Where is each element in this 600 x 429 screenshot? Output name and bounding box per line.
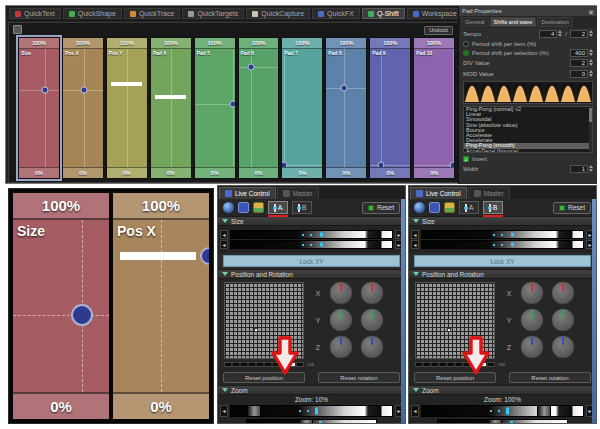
width-value[interactable]: 1 [570, 165, 588, 173]
slider-left-arrow[interactable]: ◄ [220, 230, 228, 239]
pad-xy-area[interactable]: Pos X [113, 220, 209, 392]
rotation-knob-x[interactable] [520, 281, 544, 305]
pad-pad-8[interactable]: 100%Pad 80% [325, 37, 367, 179]
pad-position-dot[interactable] [41, 87, 48, 94]
size-x-slider[interactable] [230, 230, 393, 239]
pad-position-bar[interactable] [120, 252, 196, 260]
preset-b-button[interactable]: B [292, 201, 312, 214]
wave-list-item[interactable]: Accel-Decel (bounce) [464, 149, 592, 154]
div-value[interactable]: 2 [570, 59, 588, 67]
app-tab-quicktext[interactable]: QuickText [9, 8, 61, 19]
tab-live-control[interactable]: Live Control [410, 187, 467, 199]
pad-pad-4[interactable]: 100%Pad 40% [150, 37, 192, 179]
reset-rotation-button[interactable]: Reset rotation [318, 372, 400, 383]
rotation-knob-y[interactable] [360, 308, 384, 332]
pad-pad-10[interactable]: 100%Pad 100% [413, 37, 455, 179]
preset-a-button[interactable]: A [459, 201, 479, 214]
tempo-stepper[interactable] [558, 30, 562, 37]
pad-pos-y[interactable]: 100%Pos Y0% [106, 37, 148, 179]
pad-edge-dot[interactable] [200, 247, 209, 265]
folder-icon[interactable] [253, 202, 264, 213]
mod-stepper[interactable] [589, 70, 593, 77]
panel-scrollbar[interactable] [592, 199, 596, 423]
tempo-value[interactable]: 4 [539, 30, 557, 38]
lock-xy-button[interactable]: Lock XY [223, 255, 400, 267]
posrot-section-header[interactable]: Position and Rotation [409, 269, 596, 279]
reset-button[interactable]: Reset [553, 202, 591, 214]
invert-checkbox[interactable]: ✓ [463, 156, 469, 162]
rotation-knob-z[interactable] [551, 335, 575, 359]
pad-position-dot[interactable] [377, 161, 384, 167]
size-section-header[interactable]: Size [409, 216, 596, 226]
pad-xy-area[interactable]: Pad 4 [151, 49, 191, 167]
zoom-slider[interactable] [230, 405, 393, 417]
pad-size[interactable]: 100%Size0% [18, 37, 60, 179]
zoom-slider-handle[interactable] [537, 405, 551, 417]
pad-position-dot[interactable] [80, 87, 87, 94]
app-tab-workspace[interactable]: Workspace [407, 8, 463, 19]
position-marker[interactable] [254, 328, 258, 332]
pp-tab-shifts-and-wave[interactable]: Shifts and wave [490, 17, 537, 27]
slider-left-arrow[interactable]: ◄ [411, 405, 419, 417]
position-z-slider[interactable] [246, 419, 378, 424]
panel-scrollbar[interactable] [401, 199, 405, 423]
pp-tab-general[interactable]: General [461, 17, 489, 27]
period-shift-selection-radio[interactable] [463, 50, 469, 56]
globe-icon[interactable] [223, 202, 234, 213]
folder-icon[interactable] [444, 202, 455, 213]
width-stepper[interactable] [589, 165, 593, 172]
slider-left-arrow[interactable]: ◄ [220, 240, 228, 249]
pad-xy-area[interactable]: Pad 10 [414, 49, 454, 167]
rotation-knob-y[interactable] [329, 308, 353, 332]
position-z-handle[interactable] [299, 419, 313, 424]
pad-position-dot[interactable] [340, 84, 347, 91]
period-shift-stepper[interactable] [589, 49, 593, 56]
pad-pad-5[interactable]: 100%Pad 50% [194, 37, 236, 179]
slider-left-arrow[interactable]: ◄ [411, 240, 419, 249]
slider-left-arrow[interactable]: ◄ [220, 405, 228, 417]
rotation-knob-z[interactable] [520, 335, 544, 359]
period-shift-value-spinner[interactable]: 400 [570, 49, 593, 57]
zoom-slider-handle[interactable] [247, 405, 261, 417]
mod-value-spinner[interactable]: 0 [570, 70, 593, 78]
tab-master[interactable]: Master [277, 187, 319, 199]
zoom-section-header[interactable]: Zoom [409, 385, 596, 395]
div-value-spinner[interactable]: 2 [570, 59, 593, 67]
board-tool-icon[interactable] [13, 25, 22, 34]
size-y-slider[interactable] [421, 240, 584, 249]
position-marker[interactable] [447, 328, 451, 332]
app-tab-quicktargets[interactable]: QuickTargets [182, 8, 244, 19]
pp-tab-destination[interactable]: Destination [537, 17, 573, 27]
rotation-knob-z[interactable] [360, 335, 384, 359]
reset-button[interactable]: Reset [362, 202, 400, 214]
tab-live-control[interactable]: Live Control [219, 187, 276, 199]
size-y-slider[interactable] [230, 240, 393, 249]
pad-xy-area[interactable]: Pos X [63, 49, 103, 167]
pad-xy-area[interactable]: Size [19, 49, 59, 167]
pad-position-dot[interactable] [229, 101, 235, 108]
lock-xy-button[interactable]: Lock XY [414, 255, 591, 267]
app-tab-q-shift[interactable]: Q-Shift [362, 8, 405, 19]
position-z-slider[interactable] [437, 419, 569, 424]
size-section-header[interactable]: Size [218, 216, 405, 226]
div-stepper[interactable] [589, 59, 593, 66]
pad-position-bar[interactable] [111, 82, 142, 86]
tab-master[interactable]: Master [468, 187, 510, 199]
rotation-knob-z[interactable] [329, 335, 353, 359]
rotation-knob-x[interactable] [360, 281, 384, 305]
pad-position-dot[interactable] [449, 161, 454, 167]
zoom-section-header[interactable]: Zoom [218, 385, 405, 395]
pad-pos-x[interactable]: 100%Pos X0% [113, 193, 209, 419]
app-tab-quicktrace[interactable]: QuickTrace [124, 8, 181, 19]
pad-position-dot[interactable] [282, 161, 287, 167]
tempo-stepper-2[interactable] [589, 30, 593, 37]
app-tab-quickcapture[interactable]: QuickCapture [246, 8, 310, 19]
pad-pad-6[interactable]: 100%Pad 60% [238, 37, 280, 179]
pad-position-dot[interactable] [71, 304, 93, 326]
pad-xy-area[interactable]: Pad 9 [370, 49, 410, 167]
size-x-slider[interactable] [421, 230, 584, 239]
rotation-knob-y[interactable] [520, 308, 544, 332]
list-scrollbar[interactable] [589, 107, 592, 152]
tempo-spinner-2[interactable]: 2 [570, 30, 593, 38]
pad-xy-area[interactable]: Pad 6 [239, 49, 279, 167]
